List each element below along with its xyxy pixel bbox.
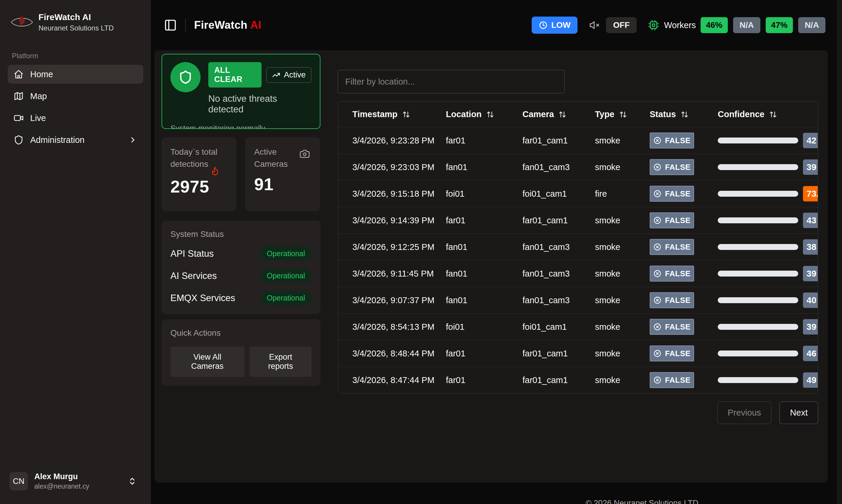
view-all-link[interactable]: View All → <box>269 127 311 129</box>
sidebar-item-map[interactable]: Map <box>8 87 143 106</box>
quick-actions-title: Quick Actions <box>171 328 311 338</box>
operational-pill: Operational <box>261 247 311 260</box>
cell-status: FALSE <box>650 372 718 388</box>
cell-status: FALSE <box>650 212 718 228</box>
cell-camera: fan01_cam3 <box>522 269 595 278</box>
stat-value: 91 <box>254 174 311 194</box>
threat-note: System monitoring normally <box>171 123 269 129</box>
stat-card-detections: Today`s total detections 2975 <box>162 137 236 211</box>
active-chip[interactable]: Active <box>266 67 311 83</box>
column-header-type[interactable]: Type <box>595 109 650 119</box>
table-row[interactable]: 3/4/2026, 8:54:13 PMfoi01foi01_cam1smoke… <box>338 313 818 340</box>
cell-status: FALSE <box>650 186 718 202</box>
topbar-divider <box>185 19 186 31</box>
confidence-bar <box>718 271 798 276</box>
confidence-value-badge: 38 <box>803 239 818 255</box>
sound-off-badge[interactable]: OFF <box>606 17 637 33</box>
export-reports-button[interactable]: Export reports <box>250 347 311 377</box>
previous-button[interactable]: Previous <box>717 401 772 424</box>
view-all-cameras-button[interactable]: View All Cameras <box>171 347 244 377</box>
scrollbar-track[interactable] <box>837 0 842 504</box>
confidence-bar <box>718 297 798 303</box>
table-row[interactable]: 3/4/2026, 9:11:45 PMfan01fan01_cam3smoke… <box>338 260 818 287</box>
camera-icon <box>299 148 310 159</box>
page-title: FireWatch AI <box>194 19 261 31</box>
column-header-status[interactable]: Status <box>650 109 718 119</box>
column-header-camera[interactable]: Camera <box>522 109 595 119</box>
table-row[interactable]: 3/4/2026, 9:12:25 PMfan01fan01_cam3smoke… <box>338 233 818 260</box>
cell-confidence: 43 <box>718 213 818 228</box>
clock-icon <box>539 21 548 30</box>
cell-type: smoke <box>595 269 650 278</box>
circle-x-icon <box>653 376 662 384</box>
cell-camera: far01_cam1 <box>522 216 595 226</box>
table-row[interactable]: 3/4/2026, 9:07:37 PMfan01fan01_cam3smoke… <box>338 287 818 313</box>
workers-label: Workers <box>664 20 696 30</box>
cell-timestamp: 3/4/2026, 9:23:03 PM <box>352 162 446 172</box>
table-row[interactable]: 3/4/2026, 8:48:44 PMfar01far01_cam1smoke… <box>338 340 818 366</box>
location-filter-input[interactable] <box>338 70 565 93</box>
user-name: Alex Murgu <box>34 472 89 481</box>
sidebar-toggle-icon[interactable] <box>164 19 177 32</box>
sidebar-item-administration[interactable]: Administration <box>8 130 143 149</box>
table-row[interactable]: 3/4/2026, 9:23:28 PMfar01far01_cam1smoke… <box>338 127 818 154</box>
cell-camera: fan01_cam3 <box>522 295 595 305</box>
sidebar-item-label: Live <box>30 113 46 123</box>
trending-up-icon <box>272 71 280 79</box>
alert-level-badge[interactable]: LOW <box>532 17 577 34</box>
table-row[interactable]: 3/4/2026, 9:15:18 PMfoi01foi01_cam1fireF… <box>338 180 818 207</box>
confidence-value-badge: 40 <box>803 292 818 308</box>
next-button[interactable]: Next <box>779 401 818 424</box>
cell-camera: far01_cam1 <box>522 375 595 385</box>
brand-logo-icon <box>11 14 33 31</box>
table-row[interactable]: 3/4/2026, 9:14:39 PMfar01far01_cam1smoke… <box>338 207 818 233</box>
circle-x-icon <box>653 136 662 145</box>
operational-pill: Operational <box>261 269 311 283</box>
circle-x-icon <box>653 190 662 198</box>
status-false-badge: FALSE <box>650 372 694 388</box>
system-status-row: EMQX ServicesOperational <box>171 291 311 305</box>
cell-confidence: 46 <box>718 346 818 361</box>
quick-actions-card: Quick Actions View All CamerasExport rep… <box>162 320 320 386</box>
table-row[interactable]: 3/4/2026, 9:23:03 PMfan01fan01_cam3smoke… <box>338 154 818 180</box>
sidebar-item-live[interactable]: Live <box>8 109 143 127</box>
content-panel: ALL CLEAR Active No active threats detec… <box>155 50 828 483</box>
cell-camera: fan01_cam3 <box>522 242 595 252</box>
stat-value: 2975 <box>171 177 228 196</box>
cell-confidence: 39 <box>718 266 818 281</box>
circle-x-icon <box>653 323 662 331</box>
cell-timestamp: 3/4/2026, 9:15:18 PM <box>352 189 446 199</box>
footer-copyright: © 2026 Neuranet Solutions LTD <box>305 499 842 504</box>
cell-type: smoke <box>595 162 650 172</box>
column-label: Timestamp <box>352 109 398 119</box>
cell-location: foi01 <box>446 189 522 199</box>
cell-timestamp: 3/4/2026, 9:11:45 PM <box>352 269 446 278</box>
detections-table: TimestampLocationCameraTypeStatusConfide… <box>338 101 818 394</box>
column-header-timestamp[interactable]: Timestamp <box>352 109 446 119</box>
cell-confidence: 40 <box>718 292 818 308</box>
cell-type: smoke <box>595 295 650 305</box>
sidebar-item-label: Map <box>30 91 47 101</box>
worker-stat-badge: 47% <box>766 17 793 33</box>
chevron-right-icon <box>128 136 137 144</box>
topbar: FireWatch AI LOW OFF Workers 46%N/A4 <box>151 0 842 50</box>
column-header-location[interactable]: Location <box>446 109 522 119</box>
circle-x-icon <box>653 349 662 358</box>
table-header-row: TimestampLocationCameraTypeStatusConfide… <box>338 102 818 127</box>
circle-x-icon <box>653 296 662 304</box>
confidence-value-badge: 43 <box>803 213 818 228</box>
sort-icon <box>681 111 688 118</box>
confidence-value-badge: 42 <box>803 133 818 148</box>
confidence-bar <box>718 217 798 223</box>
avatar: CN <box>10 472 28 490</box>
volume-muted-icon[interactable] <box>589 19 601 31</box>
system-status-row: AI ServicesOperational <box>171 269 311 283</box>
sidebar-item-home[interactable]: Home <box>8 65 143 84</box>
column-header-confidence[interactable]: Confidence <box>718 109 818 119</box>
cpu-icon <box>648 19 659 31</box>
cell-status: FALSE <box>650 319 718 335</box>
table-row[interactable]: 3/4/2026, 8:47:44 PMfar01far01_cam1smoke… <box>338 366 818 393</box>
user-menu[interactable]: CN Alex Murgu alex@neuranet.cy <box>8 469 143 493</box>
cell-confidence: 73. <box>718 186 818 201</box>
cell-status: FALSE <box>650 345 718 361</box>
